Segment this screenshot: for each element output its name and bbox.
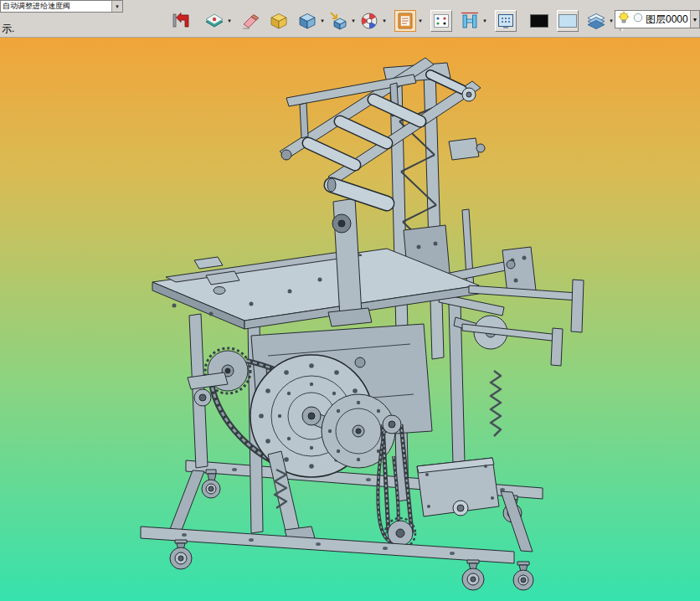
dots-box-icon — [431, 11, 451, 31]
layers-button[interactable] — [585, 10, 607, 32]
cube-arrow-icon — [328, 11, 348, 31]
color-wheel-icon — [359, 11, 379, 31]
chevron-down-icon[interactable]: ▾ — [417, 18, 424, 24]
bg-color-black-button[interactable] — [528, 10, 550, 32]
measure-button[interactable] — [459, 10, 481, 32]
base-front-rail — [141, 527, 514, 563]
render-plate-icon — [204, 11, 224, 31]
caster-front-right — [513, 562, 533, 590]
caster-front-left — [170, 540, 192, 569]
cad-application-window: 自动调整进给速度阀 ▼ 示. ▾ — [0, 0, 700, 601]
eraser-icon — [240, 11, 260, 31]
prompt-dropdown[interactable]: 自动调整进给速度阀 ▼ — [0, 0, 123, 13]
eraser-button[interactable] — [239, 10, 261, 32]
base-brace-left — [167, 470, 204, 537]
hint-text: 示. — [2, 22, 14, 36]
viewport[interactable] — [0, 38, 700, 601]
main-toolbar: ▾ ▾ — [169, 9, 627, 33]
view-iso-button[interactable] — [268, 10, 290, 32]
bg-color-blue-button[interactable] — [557, 10, 579, 32]
view-direction-button[interactable] — [327, 10, 349, 32]
black-swatch — [530, 14, 548, 28]
top-toolbar-bar: 自动调整进给速度阀 ▼ 示. ▾ — [0, 0, 700, 38]
circle-icon — [632, 12, 644, 27]
spring — [491, 371, 501, 436]
chevron-down-icon[interactable]: ▼ — [111, 1, 122, 12]
chevron-down-icon[interactable]: ▾ — [381, 18, 388, 24]
machine-model — [0, 38, 700, 601]
blue-swatch — [558, 14, 577, 28]
chevron-down-icon[interactable]: ▾ — [608, 18, 615, 24]
lightbulb-icon — [617, 11, 631, 28]
color-wheel-button[interactable] — [358, 10, 380, 32]
render-mode-button[interactable] — [203, 10, 225, 32]
grid-screen-icon — [496, 11, 516, 31]
yellow-cube-icon — [269, 11, 289, 31]
prompt-dropdown-text: 自动调整进给速度阀 — [3, 1, 70, 12]
chevron-down-icon[interactable]: ▾ — [350, 18, 357, 24]
chevron-down-icon[interactable]: ▾ — [319, 18, 326, 24]
blue-cube-icon — [297, 11, 317, 31]
layer-name-label: 图层0000 — [646, 13, 688, 27]
material-board-button[interactable] — [394, 10, 416, 32]
measure-hbeam-icon — [460, 11, 480, 31]
layer-select-combo[interactable]: 图层0000 ▼ — [615, 10, 700, 28]
chevron-down-icon[interactable]: ▾ — [226, 18, 233, 24]
layers-icon — [586, 11, 606, 31]
undo-back-button[interactable] — [170, 10, 192, 32]
grid-display-button[interactable] — [495, 10, 517, 32]
orange-clipboard-icon — [395, 11, 415, 31]
view-shaded-button[interactable] — [296, 10, 318, 32]
chevron-down-icon[interactable]: ▼ — [690, 11, 699, 28]
gearbox — [417, 458, 499, 516]
back-arrow-icon — [171, 11, 191, 31]
chevron-down-icon[interactable]: ▾ — [481, 18, 488, 24]
snap-points-button[interactable] — [430, 10, 452, 32]
caster-front-mid — [462, 560, 484, 590]
